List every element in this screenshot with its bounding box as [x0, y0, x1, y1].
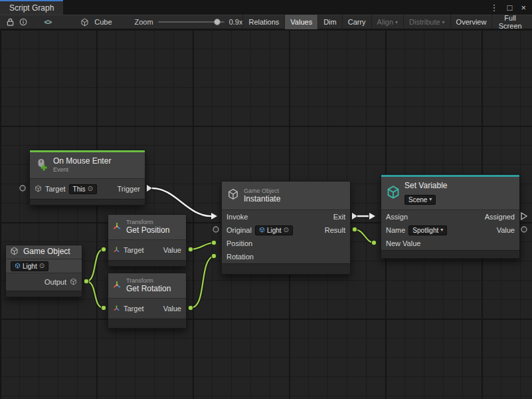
transform-icon — [112, 221, 122, 233]
new-value-port-label: New Value — [386, 239, 420, 247]
code-view-icon[interactable]: <> — [44, 18, 51, 26]
node-title: Set Variable — [404, 182, 447, 191]
cube-icon — [78, 15, 91, 29]
value-port-label: Value — [163, 246, 181, 254]
wire-result-to-new-value — [355, 229, 374, 243]
original-value-chip[interactable]: Light ⊙ — [255, 225, 293, 235]
node-footer — [222, 263, 350, 274]
trigger-port-label: Trigger — [118, 185, 140, 193]
node-footer — [30, 199, 145, 205]
new-value-input-port[interactable] — [371, 240, 377, 245]
node-game-object-literal[interactable]: Game Object Light ⊙ Output — [5, 245, 82, 297]
get-rotation-value-port[interactable] — [188, 305, 193, 311]
chevron-down-icon: ▾ — [440, 227, 443, 233]
distribute-button[interactable]: Distribute ▾ — [403, 15, 450, 29]
position-port-label: Position — [226, 239, 252, 247]
variable-icon — [387, 186, 400, 201]
wire-trigger-to-invoke — [152, 188, 211, 216]
node-get-position[interactable]: Transform Get Position Target Value — [108, 214, 187, 267]
node-get-rotation[interactable]: Transform Get Rotation Target Value — [108, 273, 187, 329]
node-on-mouse-enter[interactable]: On Mouse Enter Event Target This ⊙ Trigg… — [29, 150, 145, 205]
transform-type-icon — [113, 246, 120, 255]
original-input-port[interactable] — [213, 227, 219, 232]
invoke-port-label: Invoke — [226, 213, 248, 221]
info-icon[interactable] — [17, 15, 29, 29]
mouse-enter-event-icon — [35, 158, 48, 174]
value-port-label: Value — [163, 305, 181, 313]
target-port-label: Target — [124, 246, 144, 254]
values-button[interactable]: Values — [284, 15, 317, 29]
object-picker-icon[interactable]: ⊙ — [39, 263, 44, 269]
assign-port-label: Assign — [386, 213, 408, 221]
assigned-output-port[interactable] — [521, 213, 527, 219]
tab-label: Script Graph — [9, 3, 54, 13]
game-object-icon — [227, 188, 239, 203]
chevron-down-icon: ▾ — [442, 19, 445, 25]
overview-button[interactable]: Overview — [450, 15, 492, 29]
transform-icon — [112, 280, 122, 292]
light-object-icon — [259, 227, 265, 234]
full-screen-button[interactable]: Full Screen — [491, 15, 528, 29]
zoom-label: Zoom — [135, 18, 153, 26]
close-icon[interactable]: × — [521, 3, 526, 12]
object-picker-icon[interactable]: ⊙ — [284, 227, 289, 233]
transform-type-icon — [113, 305, 120, 313]
assign-input-port[interactable] — [369, 213, 375, 219]
relations-button[interactable]: Relations — [242, 15, 284, 29]
node-footer — [6, 291, 82, 297]
node-title: Get Position — [126, 226, 169, 235]
dim-button[interactable]: Dim — [317, 15, 342, 29]
wire-get-rotation-value-to-rotation — [191, 256, 214, 308]
carry-button[interactable]: Carry — [342, 15, 371, 29]
exit-port-label: Exit — [333, 213, 345, 221]
variable-name-dropdown[interactable]: Spotlight ▾ — [408, 225, 447, 235]
align-button[interactable]: Align ▾ — [371, 15, 403, 29]
lock-icon[interactable] — [4, 15, 17, 29]
wire-get-position-value-to-position — [191, 243, 214, 249]
mouse-enter-target-input-port[interactable] — [20, 186, 25, 191]
variable-scope-dropdown[interactable]: Scene ▾ — [404, 195, 436, 205]
node-footer — [108, 260, 186, 266]
position-input-port[interactable] — [211, 240, 217, 245]
node-subtitle: Event — [53, 166, 111, 174]
node-title: On Mouse Enter — [53, 157, 111, 166]
get-rotation-target-port[interactable] — [101, 305, 106, 311]
rotation-port-label: Rotation — [226, 253, 254, 261]
result-output-port[interactable] — [352, 227, 357, 232]
target-port-label: Target — [45, 185, 66, 193]
game-object-type-icon — [70, 278, 77, 287]
invoke-input-port[interactable] — [211, 213, 217, 219]
chevron-down-icon: ▾ — [429, 197, 432, 202]
game-object-value-chip[interactable]: Light ⊙ — [11, 261, 48, 271]
rotation-input-port[interactable] — [211, 253, 217, 259]
maximize-icon[interactable]: □ — [507, 3, 513, 12]
zoom-slider-handle[interactable] — [214, 19, 221, 25]
get-position-value-port[interactable] — [188, 247, 193, 252]
graph-canvas[interactable]: On Mouse Enter Event Target This ⊙ Trigg… — [0, 29, 532, 399]
get-position-target-port[interactable] — [101, 247, 106, 252]
assigned-port-label: Assigned — [485, 213, 515, 221]
window-titlebar: Script Graph ⋮ □ × — [0, 0, 532, 15]
exit-output-port[interactable] — [352, 213, 357, 219]
node-title: Get Rotation — [126, 285, 171, 294]
variable-value-output-port[interactable] — [521, 227, 527, 232]
game-object-output-port[interactable] — [84, 279, 89, 284]
graph-target: Cube — [78, 15, 112, 29]
node-set-variable[interactable]: Set Variable Scene ▾ Assign Assigned Nam… — [381, 174, 520, 259]
light-object-icon — [15, 263, 21, 270]
tab-script-graph[interactable]: Script Graph — [0, 0, 63, 15]
wire-output-to-get-rotation-target — [86, 281, 104, 308]
window-menu-icon[interactable]: ⋮ — [490, 3, 499, 12]
node-title: Game Object — [23, 247, 70, 257]
graph-toolbar: <> Cube Zoom 0.9x Relations Values Dim C… — [0, 15, 532, 29]
zoom-slider[interactable] — [158, 17, 224, 27]
trigger-output-port[interactable] — [147, 185, 152, 192]
output-port-label: Output — [44, 278, 66, 286]
game-object-type-icon — [35, 185, 42, 194]
node-instantiate[interactable]: Game Object Instantiate Invoke Exit Orig… — [221, 181, 351, 275]
name-port-label: Name — [386, 226, 405, 234]
node-footer — [108, 319, 186, 328]
target-value-chip[interactable]: This ⊙ — [69, 184, 97, 194]
wire-output-to-get-position-target — [86, 249, 104, 281]
object-picker-icon[interactable]: ⊙ — [87, 186, 92, 192]
